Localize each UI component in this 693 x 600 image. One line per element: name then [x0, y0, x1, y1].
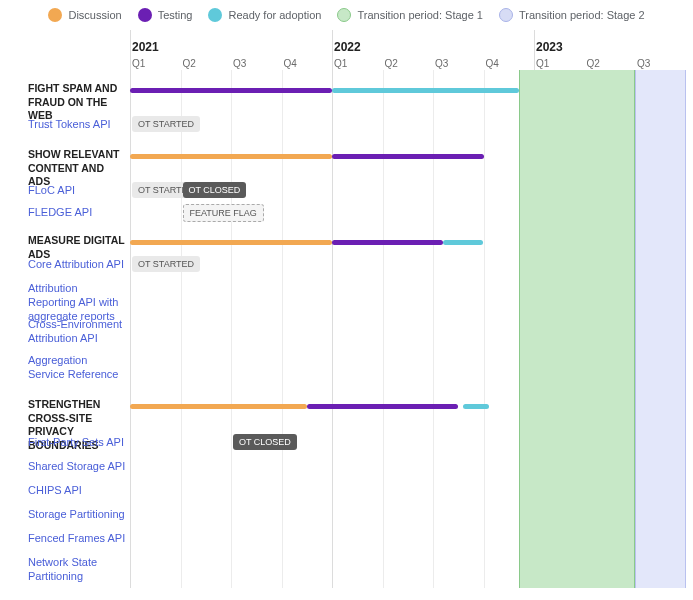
- api-link[interactable]: FLoC API: [28, 184, 79, 198]
- label-column: FIGHT SPAM AND FRAUD ON THE WEBTrust Tok…: [0, 28, 130, 588]
- legend-swatch: [208, 8, 222, 22]
- timeline-bar: [130, 240, 332, 245]
- year-divider: [130, 30, 131, 588]
- quarter-label: Q4: [486, 58, 499, 69]
- legend-label: Ready for adoption: [228, 9, 321, 21]
- gridline: [231, 70, 232, 588]
- year-label: 2023: [536, 40, 563, 54]
- year-label: 2021: [132, 40, 159, 54]
- legend-label: Testing: [158, 9, 193, 21]
- quarter-label: Q1: [132, 58, 145, 69]
- legend-item: Discussion: [48, 8, 121, 22]
- gridline: [383, 70, 384, 588]
- legend-label: Transition period: Stage 1: [357, 9, 483, 21]
- year-label: 2022: [334, 40, 361, 54]
- timeline-bar: [332, 154, 484, 159]
- quarter-label: Q3: [233, 58, 246, 69]
- legend-item: Testing: [138, 8, 193, 22]
- section-heading: FIGHT SPAM AND FRAUD ON THE WEB: [28, 82, 130, 123]
- api-link[interactable]: CHIPS API: [28, 484, 86, 498]
- timeline-bar: [463, 404, 488, 409]
- legend-label: Transition period: Stage 2: [519, 9, 645, 21]
- timeline-area: Q1Q2Q3Q4Q1Q2Q3Q4Q1Q2Q3202120222023OT STA…: [130, 28, 686, 588]
- api-link[interactable]: Shared Storage API: [28, 460, 129, 474]
- milestone-tag: OT STARTED: [132, 256, 200, 272]
- legend-label: Discussion: [68, 9, 121, 21]
- legend-swatch: [337, 8, 351, 22]
- quarter-label: Q1: [536, 58, 549, 69]
- legend: DiscussionTestingReady for adoptionTrans…: [0, 0, 693, 28]
- api-link[interactable]: Core Attribution API: [28, 258, 128, 272]
- quarter-label: Q1: [334, 58, 347, 69]
- timeline-bar: [332, 88, 519, 93]
- api-link[interactable]: Aggregation Service Reference: [28, 354, 130, 382]
- quarter-label: Q3: [435, 58, 448, 69]
- legend-swatch: [138, 8, 152, 22]
- legend-item: Transition period: Stage 2: [499, 8, 645, 22]
- api-link[interactable]: Fenced Frames API: [28, 532, 129, 546]
- milestone-tag: OT CLOSED: [183, 182, 247, 198]
- gridline: [484, 70, 485, 588]
- api-link[interactable]: First-Party Sets API: [28, 436, 128, 450]
- api-link[interactable]: Cross-Environment Attribution API: [28, 318, 130, 346]
- quarter-label: Q2: [183, 58, 196, 69]
- api-link[interactable]: Trust Tokens API: [28, 118, 115, 132]
- api-link[interactable]: Storage Partitioning: [28, 508, 129, 522]
- quarter-label: Q2: [385, 58, 398, 69]
- timeline-bar: [130, 154, 332, 159]
- quarter-label: Q3: [637, 58, 650, 69]
- gridline: [433, 70, 434, 588]
- gridline: [282, 70, 283, 588]
- legend-item: Ready for adoption: [208, 8, 321, 22]
- milestone-tag: FEATURE FLAG: [183, 204, 264, 222]
- quarter-label: Q4: [284, 58, 297, 69]
- quarter-label: Q2: [587, 58, 600, 69]
- timeline-bar: [332, 240, 443, 245]
- api-link[interactable]: Network State Partitioning: [28, 556, 130, 584]
- timeline-bar: [130, 88, 332, 93]
- milestone-tag: OT STARTED: [132, 116, 200, 132]
- timeline-bar: [307, 404, 459, 409]
- api-link[interactable]: FLEDGE API: [28, 206, 96, 220]
- legend-swatch: [499, 8, 513, 22]
- legend-item: Transition period: Stage 1: [337, 8, 483, 22]
- legend-swatch: [48, 8, 62, 22]
- milestone-tag: OT CLOSED: [233, 434, 297, 450]
- section-heading: SHOW RELEVANT CONTENT AND ADS: [28, 148, 130, 189]
- timeline-bar: [443, 240, 483, 245]
- timeline-bar: [130, 404, 307, 409]
- transition-phase: [635, 70, 686, 588]
- transition-phase: [519, 70, 635, 588]
- timeline-chart: FIGHT SPAM AND FRAUD ON THE WEBTrust Tok…: [0, 28, 693, 588]
- year-divider: [332, 30, 333, 588]
- gridline: [181, 70, 182, 588]
